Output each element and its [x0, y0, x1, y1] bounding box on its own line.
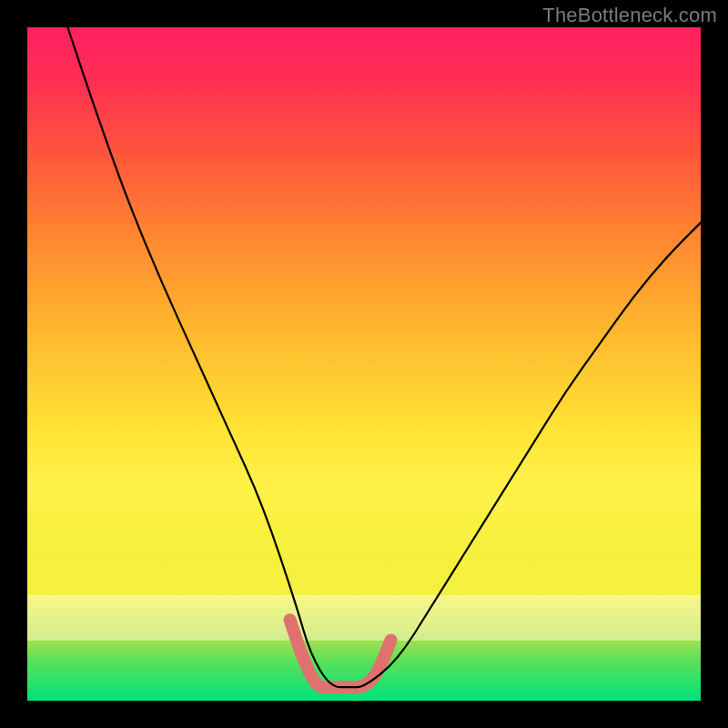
- bottleneck-curve: [67, 27, 701, 687]
- watermark-text: TheBottleneck.com: [542, 4, 717, 27]
- plot-area: [27, 27, 701, 701]
- curve-svg: [27, 27, 701, 701]
- chart-frame: TheBottleneck.com: [0, 0, 728, 728]
